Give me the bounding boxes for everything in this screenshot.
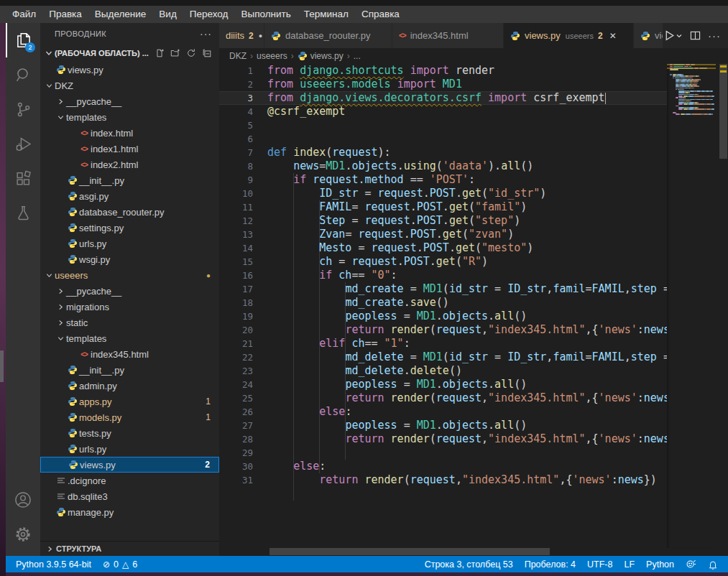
tree-item-index2.html[interactable]: <>index2.html <box>40 157 219 172</box>
vertical-scrollbar[interactable] <box>719 61 728 556</box>
menu-Выполнить[interactable]: Выполнить <box>234 6 297 23</box>
menu-Правка[interactable]: Правка <box>42 6 88 23</box>
split-editor-icon[interactable] <box>690 30 701 41</box>
code-line-24[interactable]: 24 peopless = MD1.objects.all() <box>219 378 667 391</box>
code-line-19[interactable]: 19 peopless = MD1.objects.all() <box>219 310 667 323</box>
problems-status[interactable]: ⊘ 0 △ 6 <box>97 556 143 572</box>
code-line-23[interactable]: 23 md_delete.delete() <box>219 364 667 378</box>
tree-item-database_roouter.py[interactable]: database_roouter.py <box>40 204 219 220</box>
tree-item-templates[interactable]: templates <box>40 109 219 125</box>
breadcrumb-item-views.py[interactable]: views.py <box>298 51 344 61</box>
code-line-11[interactable]: 11 FAMIL= request.POST.get("famil") <box>219 200 667 214</box>
tree-item-useeers[interactable]: useeers● <box>40 267 219 283</box>
tree-item-.dcignore[interactable]: .dcignore <box>40 473 219 488</box>
tree-item-urls.py[interactable]: urls.py <box>40 236 219 251</box>
tree-item-templates[interactable]: templates <box>40 330 219 346</box>
eol-status[interactable]: LF <box>618 556 640 572</box>
code-line-13[interactable]: 13 Zvan= request.POST.get("zvan") <box>219 228 667 241</box>
code-line-30[interactable]: 30 else: <box>219 460 667 473</box>
bell-icon[interactable] <box>702 556 724 572</box>
horizontal-scrollbar[interactable] <box>219 548 667 556</box>
code-line-9[interactable]: 9 if request.method == 'POST': <box>219 173 667 187</box>
more-actions-icon[interactable]: ··· <box>708 29 721 42</box>
close-icon[interactable]: ✕ <box>609 31 617 41</box>
code-line-10[interactable]: 10 ID_str = request.POST.get("id_str") <box>219 187 667 200</box>
tree-item-tests.py[interactable]: tests.py <box>40 425 219 441</box>
code-line-25[interactable]: 25 return render(request,"index345.html"… <box>219 391 667 405</box>
code-line-16[interactable]: 16 if ch== "0": <box>219 269 667 282</box>
code-line-2[interactable]: 2from useeers.models import MD1 <box>219 78 667 91</box>
tree-item-__init__.py[interactable]: __init__.py <box>40 362 219 378</box>
new-file-icon[interactable] <box>155 48 165 58</box>
code-line-12[interactable]: 12 Step = request.POST.get("step") <box>219 214 667 228</box>
code-line-4[interactable]: 4@csrf_exempt <box>219 105 667 119</box>
extensions-icon[interactable] <box>6 161 40 195</box>
tree-item-admin.py[interactable]: admin.py <box>40 378 219 394</box>
tree-item-settings.py[interactable]: settings.py <box>40 220 219 236</box>
minimap[interactable] <box>667 64 719 548</box>
refresh-icon[interactable] <box>186 48 196 58</box>
run-debug-icon[interactable] <box>6 126 40 161</box>
code-line-18[interactable]: 18 md_create.save() <box>219 296 667 310</box>
menu-Файл[interactable]: Файл <box>6 6 42 23</box>
code-line-20[interactable]: 20 return render(request,"index345.html"… <box>219 323 667 337</box>
vertical-scrollbar-slider[interactable] <box>719 64 727 159</box>
code-line-22[interactable]: 22 md_delete = MD1(id_str = ID_str,famil… <box>219 350 667 364</box>
testing-icon[interactable] <box>6 195 40 230</box>
outline-section-header[interactable]: СТРУКТУРА <box>40 541 219 556</box>
tab-index345.html[interactable]: <>index345.html <box>392 23 504 48</box>
breadcrumb-item-...[interactable]: ... <box>354 51 361 61</box>
menu-Переход[interactable]: Переход <box>183 6 235 23</box>
cursor-position-status[interactable]: Строка 3, столбец 53 <box>419 556 519 572</box>
menu-Справка[interactable]: Справка <box>355 6 406 23</box>
breadcrumb-item-useeers[interactable]: useeers <box>257 51 287 61</box>
code-line-14[interactable]: 14 Mesto = request.POST.get("mesto") <box>219 241 667 255</box>
tree-item-wsgi.py[interactable]: wsgi.py <box>40 251 219 267</box>
encoding-status[interactable]: UTF-8 <box>581 556 618 572</box>
code-line-28[interactable]: 28 return render(request,"index345.html"… <box>219 432 667 446</box>
breadcrumb-item-DKZ[interactable]: DKZ <box>229 51 246 61</box>
indentation-status[interactable]: Пробелов: 4 <box>519 556 581 572</box>
tree-item-apps.py[interactable]: apps.py1 <box>40 394 219 409</box>
tree-item-DKZ[interactable]: DKZ <box>40 78 219 93</box>
tree-item-views.py[interactable]: views.py <box>40 62 219 78</box>
run-python-file-icon[interactable] <box>663 29 683 42</box>
tree-item-index345.html[interactable]: <>index345.html <box>40 346 219 362</box>
account-icon[interactable] <box>6 483 40 517</box>
code-editor[interactable]: 1from django.shortcuts import render2fro… <box>219 64 667 548</box>
code-line-6[interactable]: 6 <box>219 132 667 146</box>
code-line-1[interactable]: 1from django.shortcuts import render <box>219 64 667 78</box>
new-folder-icon[interactable] <box>170 48 180 58</box>
code-line-7[interactable]: 7def index(request): <box>219 146 667 159</box>
workspace-section-header[interactable]: (РАБОЧАЯ ОБЛАСТЬ) ... <box>40 45 219 62</box>
code-line-26[interactable]: 26 else: <box>219 405 667 419</box>
language-mode-status[interactable]: Python <box>640 556 680 572</box>
code-line-27[interactable]: 27 peopless = MD1.objects.all() <box>219 419 667 432</box>
explorer-icon[interactable]: 2 <box>6 23 40 57</box>
tree-item-manage.py[interactable]: manage.py <box>40 504 219 520</box>
tree-item-urls.py[interactable]: urls.py <box>40 441 219 457</box>
tree-item-migrations[interactable]: migrations <box>40 299 219 315</box>
code-line-15[interactable]: 15 ch = request.POST.get("R") <box>219 255 667 269</box>
sidebar-more-actions-icon[interactable]: ··· <box>200 28 212 40</box>
code-line-17[interactable]: 17 md_create = MD1(id_str = ID_str,famil… <box>219 282 667 296</box>
tree-item-__pycache__[interactable]: __pycache__ <box>40 93 219 109</box>
tree-item-index.html[interactable]: <>index.html <box>40 125 219 141</box>
horizontal-scrollbar-slider[interactable] <box>269 548 550 555</box>
tree-item-__pycache__[interactable]: __pycache__ <box>40 283 219 299</box>
tree-item-static[interactable]: static <box>40 315 219 330</box>
tree-item-asgi.py[interactable]: asgi.py <box>40 188 219 204</box>
menu-Терминал[interactable]: Терминал <box>298 6 355 23</box>
tree-item-models.py[interactable]: models.py1 <box>40 409 219 425</box>
code-line-31[interactable]: 31 return render(request,"index345.html"… <box>219 473 667 487</box>
feedback-icon[interactable] <box>680 556 702 572</box>
tab-database_roouter.py[interactable]: database_roouter.py <box>264 23 392 48</box>
menu-Вид[interactable]: Вид <box>152 6 183 23</box>
tab-vie[interactable]: vie <box>634 23 663 48</box>
tab-views.py[interactable]: views.pyuseeers2✕ <box>504 23 634 48</box>
tree-item-db.sqlite3[interactable]: db.sqlite3 <box>40 488 219 504</box>
settings-gear-icon[interactable] <box>6 517 40 552</box>
code-line-8[interactable]: 8 news=MD1.objects.using('daata').all() <box>219 159 667 173</box>
source-control-icon[interactable] <box>6 92 40 126</box>
tree-item-index1.html[interactable]: <>index1.html <box>40 141 219 157</box>
